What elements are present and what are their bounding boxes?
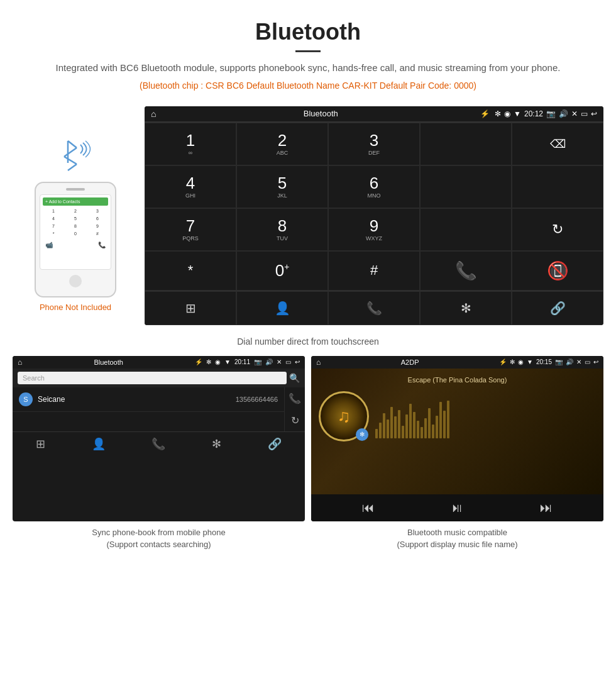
music-cam: 📷	[555, 358, 563, 365]
main-section: + Add to Contacts 1 2 3 4 5 6 7 8 9 * 0 …	[0, 100, 616, 331]
call-icon: 📞	[455, 260, 477, 281]
svg-line-3	[64, 157, 77, 164]
phone-key: 7	[43, 223, 64, 230]
key-3[interactable]: 3 DEF	[328, 123, 420, 165]
link-icon-btn[interactable]: 🔗	[512, 291, 603, 325]
key-4[interactable]: 4 GHI	[145, 165, 236, 208]
camera-icon[interactable]: 📷	[546, 109, 556, 118]
phone-key: 1	[43, 208, 64, 214]
key-alpha-9: WXYZ	[366, 235, 382, 242]
key-7[interactable]: 7 PQRS	[145, 208, 236, 251]
pb-grid-icon[interactable]: ⊞	[36, 437, 45, 451]
phone-speaker	[66, 188, 85, 191]
phone-key: 8	[65, 223, 86, 230]
album-art: ♫ ✻	[319, 391, 369, 441]
pb-close[interactable]: ✕	[277, 358, 282, 365]
key-refresh[interactable]: ↻	[512, 208, 603, 251]
prev-track-btn[interactable]: ⏮	[362, 501, 375, 515]
contact-name: Seicane	[38, 395, 236, 404]
key-call-green[interactable]: 📞	[420, 251, 512, 291]
key-num-0: 0+	[275, 262, 290, 279]
pb-phone-icon[interactable]: 📞	[151, 437, 165, 451]
next-track-btn[interactable]: ⏭	[540, 501, 553, 515]
phonebook-screenshot: ⌂ Bluetooth ⚡ ✻ ◉ ▼ 20:11 📷 🔊 ✕ ▭ ↩ Sear…	[13, 356, 305, 551]
pb-win[interactable]: ▭	[285, 358, 291, 365]
contact-number: 13566664466	[236, 396, 278, 403]
music-home-icon[interactable]: ⌂	[316, 358, 321, 367]
right-icons: ✻ ◉ ▼ 20:12 📷 🔊 ✕ ▭ ↩	[495, 109, 597, 118]
empty-cell-1	[420, 123, 512, 165]
song-title: Escape (The Pina Colada Song)	[408, 376, 507, 384]
bluetooth-menu-btn[interactable]: ✻	[420, 291, 512, 325]
location-icon: ◉	[504, 109, 510, 118]
pb-contacts-icon[interactable]: 👤	[92, 437, 106, 451]
pb-vol: 🔊	[265, 358, 273, 365]
key-num-4: 4	[186, 175, 195, 191]
key-num-5: 5	[278, 175, 287, 191]
phone-illustration: + Add to Contacts 1 2 3 4 5 6 7 8 9 * 0 …	[35, 182, 116, 297]
pb-screen-title: Bluetooth	[26, 358, 191, 366]
pb-search-icon[interactable]: 🔍	[289, 373, 300, 383]
key-alpha-6: MNO	[368, 192, 381, 199]
phone-key: 9	[87, 223, 108, 230]
pb-call-action[interactable]: 📞	[289, 392, 301, 404]
window-icon[interactable]: ▭	[581, 109, 588, 118]
volume-icon[interactable]: 🔊	[559, 109, 568, 118]
page-title: Bluetooth	[50, 19, 566, 45]
music-win[interactable]: ▭	[585, 358, 590, 365]
phonebook-screen-box: ⌂ Bluetooth ⚡ ✻ ◉ ▼ 20:11 📷 🔊 ✕ ▭ ↩ Sear…	[13, 356, 305, 521]
key-star-symbol: *	[188, 262, 194, 279]
refresh-icon: ↻	[552, 221, 563, 238]
key-0[interactable]: 0+	[236, 251, 328, 291]
phone-key: 2	[65, 208, 86, 214]
key-star[interactable]: *	[145, 251, 236, 291]
key-num-6: 6	[370, 175, 378, 191]
header-subtitle: Integrated with BC6 Bluetooth module, su…	[50, 61, 566, 75]
key-num-1: 1	[186, 132, 195, 148]
svg-line-1	[68, 141, 77, 148]
music-close[interactable]: ✕	[576, 358, 581, 365]
key-call-red[interactable]: 📵	[512, 251, 603, 291]
pb-bt-icon: ✻	[206, 358, 211, 365]
pb-link-icon[interactable]: 🔗	[268, 437, 282, 451]
music-screen-box: ⌂ A2DP ⚡ ✻ ◉ ▼ 20:15 📷 🔊 ✕ ▭ ↩ Escape (T…	[311, 356, 603, 521]
clock: 20:12	[524, 109, 543, 118]
key-hash[interactable]: #	[328, 251, 420, 291]
music-note-icon: ♫	[338, 406, 351, 426]
car-screen-section: ⌂ Bluetooth ⚡ ✻ ◉ ▼ 20:12 📷 🔊 ✕ ▭ ↩	[145, 106, 603, 325]
pb-refresh-action[interactable]: ↻	[291, 414, 299, 426]
pb-bottom-bar: ⊞ 👤 📞 ✻ 🔗	[13, 431, 305, 456]
back-icon[interactable]: ↩	[591, 109, 597, 118]
screen-title: Bluetooth	[161, 109, 480, 118]
home-icon[interactable]: ⌂	[151, 109, 156, 119]
pb-home-icon[interactable]: ⌂	[18, 358, 22, 367]
pb-search-box[interactable]: Search	[18, 372, 287, 384]
grid-icon-btn[interactable]: ⊞	[145, 291, 236, 325]
waveform-visualization	[375, 401, 449, 438]
key-alpha-7: PQRS	[182, 235, 199, 242]
key-5[interactable]: 5 JKL	[236, 165, 328, 208]
key-9[interactable]: 9 WXYZ	[328, 208, 420, 251]
key-backspace[interactable]: ⌫	[512, 123, 603, 165]
phone-key: 4	[43, 215, 64, 222]
key-8[interactable]: 8 TUV	[236, 208, 328, 251]
pb-back[interactable]: ↩	[295, 358, 300, 365]
music-back[interactable]: ↩	[593, 358, 598, 365]
key-1[interactable]: 1 ∞	[145, 123, 236, 165]
pb-bluetooth-icon[interactable]: ✻	[212, 437, 221, 451]
key-6[interactable]: 6 MNO	[328, 165, 420, 208]
phone-icon-btn[interactable]: 📞	[328, 291, 420, 325]
contacts-icon-btn[interactable]: 👤	[236, 291, 328, 325]
phone-key: *	[43, 230, 64, 237]
pb-contact-row[interactable]: S Seicane 13566664466	[13, 387, 284, 412]
music-vol: 🔊	[566, 358, 573, 365]
close-icon[interactable]: ✕	[571, 109, 578, 118]
specs-text: (Bluetooth chip : CSR BC6 Default Blueto…	[50, 81, 566, 91]
end-call-icon: 📵	[547, 260, 569, 281]
music-screen-title: A2DP	[324, 358, 496, 366]
dialer-keypad: 1 ∞ 2 ABC 3 DEF ⌫ 4 GHI	[145, 122, 603, 291]
key-2[interactable]: 2 ABC	[236, 123, 328, 165]
play-pause-btn[interactable]: ⏯	[451, 501, 463, 515]
bluetooth-icon: ✻	[495, 109, 501, 118]
car-dialer-screen: ⌂ Bluetooth ⚡ ✻ ◉ ▼ 20:12 📷 🔊 ✕ ▭ ↩	[145, 106, 603, 325]
